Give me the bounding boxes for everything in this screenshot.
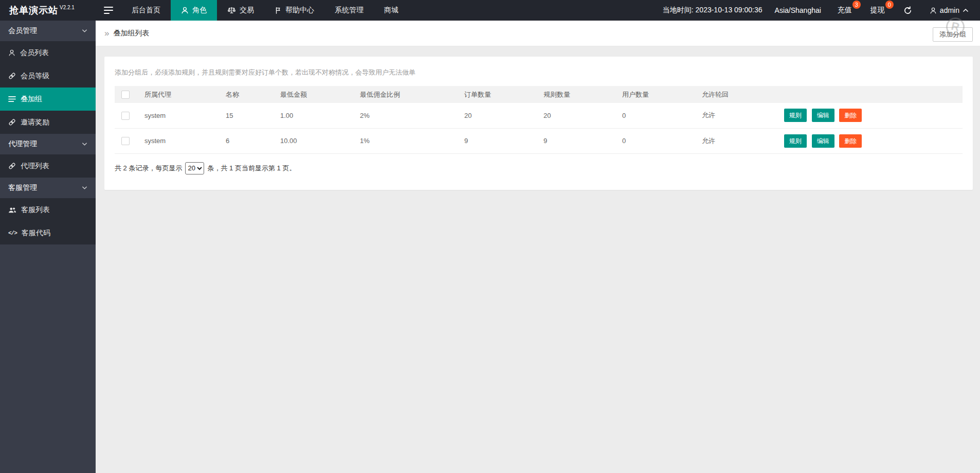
link-icon [8, 72, 16, 80]
cell-name: 6 [221, 128, 275, 153]
nav-item-roles[interactable]: 角色 [171, 0, 217, 21]
rule-button[interactable]: 规则 [784, 109, 807, 122]
row-checkbox[interactable] [121, 137, 130, 145]
sidebar-item-member-level[interactable]: 会员等级 [0, 64, 96, 87]
sidebar-group-members[interactable]: 会员管理 [0, 21, 96, 41]
cell-rules: 20 [538, 103, 617, 128]
menu-toggle-button[interactable] [96, 0, 121, 21]
sidebar-item-member-list[interactable]: 会员列表 [0, 41, 96, 64]
cell-users: 0 [617, 128, 697, 153]
rule-button[interactable]: 规则 [784, 134, 807, 148]
users-icon [8, 206, 16, 214]
sidebar-item-invite-reward[interactable]: 邀请奖励 [0, 111, 96, 134]
chevron-down-icon [82, 29, 87, 33]
cell-orders: 9 [459, 128, 538, 153]
group-list-card: 添加分组后，必须添加规则，并且规则需要对应好订单个数，若出现不对称情况，会导致用… [104, 57, 973, 190]
page-size-select[interactable]: 20 [185, 162, 204, 174]
col-min-amount: 最低金额 [275, 86, 355, 103]
sidebar: 会员管理 会员列表 会员等级 叠加组 邀请奖励 代理管理 代理列表 客服管理 客… [0, 21, 96, 473]
cell-agent: system [139, 103, 221, 128]
sidebar-item-support-code[interactable]: </> 客服代码 [0, 221, 96, 244]
sidebar-item-agent-list[interactable]: 代理列表 [0, 154, 96, 178]
code-icon: </> [8, 230, 17, 236]
col-name: 名称 [221, 86, 275, 103]
withdraw-badge: 0 [885, 1, 894, 9]
local-time: 当地时间: 2023-10-13 09:00:36 [663, 0, 763, 21]
refresh-icon [903, 6, 912, 15]
edit-button[interactable]: 编辑 [812, 109, 834, 122]
caret-up-icon [963, 8, 969, 12]
link-icon [8, 162, 16, 170]
sidebar-group-agents[interactable]: 代理管理 [0, 134, 96, 154]
recharge-menu[interactable]: 充值 3 [828, 0, 861, 21]
app-logo: 抢单演示站 V2.2.1 [0, 0, 96, 21]
chevron-down-icon [82, 186, 87, 190]
top-header: 抢单演示站 V2.2.1 后台首页 角色 交易 帮助中心 [0, 0, 980, 21]
select-all-checkbox[interactable] [121, 91, 130, 99]
cell-actions: 规则 编辑 删除 [779, 103, 963, 128]
col-agent: 所属代理 [139, 86, 221, 103]
person-icon [8, 49, 15, 57]
notice-text: 添加分组后，必须添加规则，并且规则需要对应好订单个数，若出现不对称情况，会导致用… [115, 68, 963, 77]
breadcrumb-chevrons-icon: » [104, 29, 109, 38]
person-icon [181, 6, 189, 14]
nav-item-trade[interactable]: 交易 [217, 0, 264, 21]
pagination-prefix: 共 2 条记录，每页显示 [115, 164, 182, 173]
delete-button[interactable]: 删除 [839, 109, 862, 122]
cell-rules: 9 [538, 128, 617, 153]
cell-actions: 规则 编辑 删除 [779, 128, 963, 153]
col-users: 用户数量 [617, 86, 697, 103]
cell-orders: 20 [459, 103, 538, 128]
flag-icon [275, 6, 282, 14]
row-checkbox[interactable] [121, 112, 130, 120]
cell-min-commission: 1% [355, 128, 459, 153]
app-title: 抢单演示站 [9, 4, 58, 16]
nav-item-dashboard[interactable]: 后台首页 [121, 0, 171, 21]
link-icon [8, 118, 16, 126]
nav-item-help[interactable]: 帮助中心 [264, 0, 324, 21]
cell-name: 15 [221, 103, 275, 128]
col-min-commission: 最低佣金比例 [355, 86, 459, 103]
group-table: 所属代理 名称 最低金额 最低佣金比例 订单数量 规则数量 用户数量 允许轮回 [115, 86, 963, 154]
table-row: system 15 1.00 2% 20 20 0 允许 规则 编辑 删除 [115, 103, 963, 128]
sidebar-item-stack-group[interactable]: 叠加组 [0, 87, 96, 111]
user-menu[interactable]: admin [921, 0, 980, 21]
table-row: system 6 10.00 1% 9 9 0 允许 规则 编辑 删除 [115, 128, 963, 153]
cell-users: 0 [617, 103, 697, 128]
pagination-suffix: 条，共 1 页当前显示第 1 页。 [207, 164, 296, 173]
cell-loop: 允许 [697, 128, 779, 153]
app-version: V2.2.1 [60, 5, 75, 10]
list-icon [8, 96, 16, 102]
breadcrumb: » 叠加组列表 添加分组 [96, 21, 980, 46]
cell-loop: 允许 [697, 103, 779, 128]
scales-icon [227, 6, 236, 14]
page-title: 叠加组列表 [113, 29, 149, 38]
timezone: Asia/Shanghai [775, 0, 821, 21]
withdraw-menu[interactable]: 提现 0 [861, 0, 894, 21]
nav-item-system[interactable]: 系统管理 [324, 0, 374, 21]
hamburger-icon [104, 7, 113, 14]
delete-button[interactable]: 删除 [839, 134, 862, 148]
top-nav: 后台首页 角色 交易 帮助中心 系统管理 商城 [96, 0, 409, 21]
user-icon [930, 7, 937, 14]
pagination: 共 2 条记录，每页显示 20 条，共 1 页当前显示第 1 页。 [115, 162, 963, 174]
username: admin [940, 6, 959, 14]
sidebar-item-support-list[interactable]: 客服列表 [0, 198, 96, 221]
refresh-button[interactable] [894, 0, 921, 21]
cell-min-commission: 2% [355, 103, 459, 128]
col-orders: 订单数量 [459, 86, 538, 103]
cell-min-amount: 10.00 [275, 128, 355, 153]
nav-item-mall[interactable]: 商城 [374, 0, 409, 21]
chevron-down-icon [82, 142, 87, 146]
recharge-badge: 3 [852, 1, 861, 9]
add-group-button[interactable]: 添加分组 [933, 27, 973, 42]
col-loop: 允许轮回 [697, 86, 779, 103]
cell-agent: system [139, 128, 221, 153]
cell-min-amount: 1.00 [275, 103, 355, 128]
main-area: R » 叠加组列表 添加分组 添加分组后，必须添加规则，并且规则需要对应好订单个… [96, 21, 980, 473]
edit-button[interactable]: 编辑 [812, 134, 834, 148]
content: 添加分组后，必须添加规则，并且规则需要对应好订单个数，若出现不对称情况，会导致用… [96, 46, 980, 190]
col-rules: 规则数量 [538, 86, 617, 103]
sidebar-group-support[interactable]: 客服管理 [0, 178, 96, 198]
header-right: 当地时间: 2023-10-13 09:00:36 Asia/Shanghai … [663, 0, 980, 21]
